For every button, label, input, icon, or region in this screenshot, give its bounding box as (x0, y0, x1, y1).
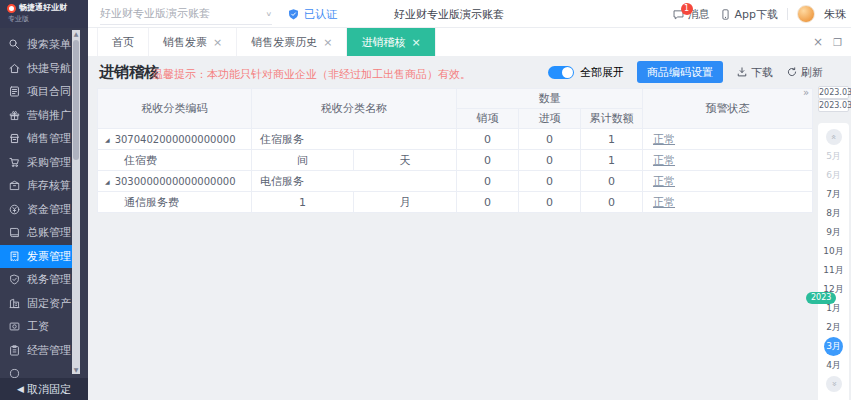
page-header: 进销稽核 温馨提示：本功能只针对商业企业（非经过加工出售商品）有效。 全部展开 … (88, 56, 851, 88)
sidebar-scrollbar[interactable]: ▲ ▼ (72, 30, 80, 374)
tab-home[interactable]: 首页 (97, 28, 149, 56)
user-name[interactable]: 朱珠 (824, 7, 846, 22)
account-dropdown[interactable]: 好业财专业版演示账套 ∨ (100, 3, 272, 25)
sidebar-item-label: 库存核算 (27, 178, 71, 193)
sidebar-item-fixed-assets[interactable]: 固定资产 (0, 292, 72, 316)
sidebar-item-ledger[interactable]: 总账管理 (0, 221, 72, 245)
qty-cumulative: 0 (581, 171, 643, 192)
item-name: 通信服务费 (98, 192, 252, 213)
messages-count-badge: 1 (681, 3, 693, 15)
close-icon[interactable]: × (323, 36, 332, 49)
col-header-cumulative: 累计数额 (581, 109, 643, 129)
period-start-box[interactable]: 2023.03 (818, 86, 849, 99)
period-end-box[interactable]: 2023.03 (818, 99, 849, 112)
building-icon (8, 297, 21, 310)
app-download-label: App下载 (735, 7, 779, 22)
unpin-arrow-icon: ◀ (17, 384, 24, 394)
col-header-warning-status: 预警状态 (643, 89, 813, 129)
shield-check-icon (287, 8, 300, 21)
contract-icon (8, 85, 21, 98)
banknote-icon (8, 320, 21, 333)
sidebar-item-label: 经营管理 (27, 343, 71, 358)
sidebar-item-label: 快捷导航 (27, 61, 71, 76)
status-link[interactable]: 正常 (653, 154, 675, 167)
sidebar-item-sales[interactable]: 销售管理 (0, 127, 72, 151)
unit-output: 间 (252, 150, 354, 171)
product-code-settings-button[interactable]: 商品编码设置 (637, 61, 723, 83)
download-button[interactable]: 下载 (736, 65, 773, 80)
close-icon[interactable]: × (411, 36, 420, 49)
scroll-up-icon[interactable]: ▲ (72, 30, 80, 38)
cart-icon (8, 156, 21, 169)
collapse-panel-icon[interactable]: » (803, 87, 809, 98)
col-header-tax-name: 税收分类名称 (252, 89, 457, 129)
messages-button[interactable]: 消息 1 (672, 7, 710, 22)
col-header-output: 销项 (457, 109, 519, 129)
logo-edition: 专业版 (8, 14, 88, 24)
tab-label: 首页 (112, 35, 134, 50)
qty-input: 0 (519, 129, 581, 150)
tab-label: 进销稽核 (361, 35, 405, 50)
coin-icon (8, 203, 21, 216)
scroll-down-icon[interactable]: ▼ (72, 366, 80, 374)
sidebar-item-label: 总账管理 (27, 225, 71, 240)
table-row-group: ◢3070402000000000000 住宿服务 0 0 1 正常 (98, 129, 813, 150)
month-item[interactable]: 2月 (818, 318, 849, 337)
close-all-tabs-icon[interactable]: × (813, 35, 823, 49)
month-item[interactable]: 9月 (818, 223, 849, 242)
refresh-icon (786, 66, 798, 78)
sidebar-item-operations[interactable]: 经营管理 (0, 339, 72, 363)
tab-audit[interactable]: 进销稽核 × (347, 28, 435, 56)
qty-cumulative: 1 (581, 150, 643, 171)
sidebar-item-payroll[interactable]: 工资 (0, 315, 72, 339)
sidebar-item-inventory[interactable]: 库存核算 (0, 174, 72, 198)
toggle-switch[interactable] (548, 66, 574, 79)
unpin-sidebar-button[interactable]: ◀ 取消固定 (0, 378, 88, 400)
status-link[interactable]: 正常 (653, 175, 675, 188)
sidebar-item-label: 工资 (27, 319, 49, 334)
month-item[interactable]: 10月 (818, 242, 849, 261)
tab-sales-invoice[interactable]: 销售发票 × (149, 28, 237, 56)
sidebar-item-project-contract[interactable]: 项目合同 (0, 80, 72, 104)
status-link[interactable]: 正常 (653, 196, 675, 209)
month-item[interactable]: 6月 (818, 166, 849, 185)
expand-caret-icon[interactable]: ◢ (105, 178, 110, 185)
sidebar-item-funds[interactable]: 资金管理 (0, 198, 72, 222)
fullscreen-icon[interactable]: ❐ (833, 37, 842, 48)
tab-sales-invoice-history[interactable]: 销售发票历史 × (237, 28, 347, 56)
sidebar-item-label: 发票管理 (27, 249, 71, 264)
download-icon (736, 66, 748, 78)
month-item[interactable]: 3月 (824, 337, 843, 356)
avatar[interactable] (797, 5, 815, 23)
unit-output: 1 (252, 192, 354, 213)
sidebar-item-quick-nav[interactable]: 快捷导航 (0, 57, 72, 81)
expand-all-toggle[interactable]: 全部展开 (548, 65, 624, 80)
sidebar-item-invoice[interactable]: 发票管理 (0, 245, 72, 269)
close-icon[interactable]: × (213, 36, 222, 49)
month-item[interactable]: 4月 (818, 356, 849, 375)
month-item[interactable]: 11月 (818, 261, 849, 280)
sidebar: 搜索菜单 快捷导航 项目合同 营销推广 销售管理 采购管理 (0, 28, 88, 400)
expand-caret-icon[interactable]: ◢ (105, 136, 110, 143)
sidebar-item-purchase[interactable]: 采购管理 (0, 151, 72, 175)
month-item[interactable]: 5月 (818, 147, 849, 166)
tab-label: 销售发票 (163, 35, 207, 50)
sidebar-item-label: 固定资产 (27, 296, 71, 311)
month-item[interactable]: 8月 (818, 204, 849, 223)
page-title: 进销稽核 (99, 63, 159, 82)
month-item[interactable]: 7月 (818, 185, 849, 204)
refresh-label: 刷新 (801, 65, 823, 80)
app-download-button[interactable]: App下载 (719, 7, 779, 22)
sidebar-item-label: 营销推广 (27, 108, 71, 123)
sidebar-item-search-menu[interactable]: 搜索菜单 (0, 33, 72, 57)
scrollbar-thumb[interactable] (73, 40, 79, 160)
tax-name: 住宿服务 (252, 129, 457, 150)
months-scroll-up-button[interactable]: « (826, 129, 842, 145)
status-link[interactable]: 正常 (653, 133, 675, 146)
months-scroll-down-button[interactable]: « (826, 376, 842, 392)
sidebar-item-marketing[interactable]: 营销推广 (0, 104, 72, 128)
item-name: 住宿费 (98, 150, 252, 171)
refresh-button[interactable]: 刷新 (786, 65, 823, 80)
year-badge: 2023 (806, 292, 836, 304)
sidebar-item-tax[interactable]: 税务管理 (0, 268, 72, 292)
